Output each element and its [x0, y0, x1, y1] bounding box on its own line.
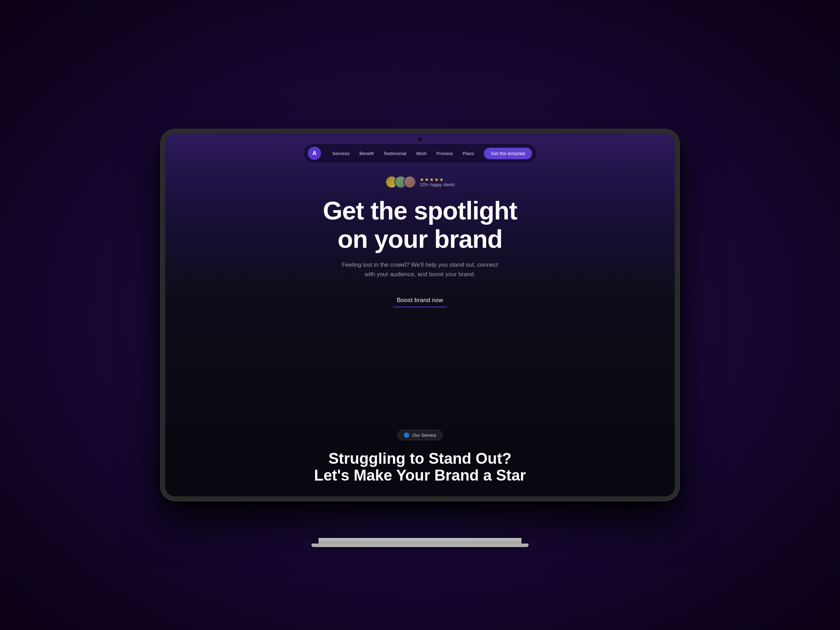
stars-rating: ★★★★★ 120+ happy clients — [420, 177, 455, 187]
hero-title-line1: Get the spotlight — [323, 197, 517, 225]
nav-link-testimonial[interactable]: Testimonial — [379, 149, 411, 158]
device-stand — [319, 538, 521, 544]
device-frame: A Services Benefit Testimonial Work Proc… — [161, 129, 679, 501]
rating-text: 120+ happy clients — [420, 182, 455, 187]
hero-title: Get the spotlight on your brand — [323, 197, 517, 253]
nav-link-process[interactable]: Process — [432, 149, 457, 158]
screen: A Services Benefit Testimonial Work Proc… — [165, 134, 675, 496]
nav-link-work[interactable]: Work — [412, 149, 431, 158]
nav-link-benefit[interactable]: Benefit — [355, 149, 377, 158]
tag-icon: 🔵 — [404, 432, 409, 438]
camera-notch — [418, 137, 422, 141]
services-section: 🔵 Our Service Struggling to Stand Out? L… — [165, 419, 675, 496]
avatars — [385, 176, 416, 188]
get-template-button[interactable]: Get this template — [484, 148, 532, 159]
nav-link-plans[interactable]: Plans — [458, 149, 478, 158]
hero-section: ★★★★★ 120+ happy clients Get the spotlig… — [165, 176, 675, 307]
section-heading-line1: Struggling to Stand Out? — [328, 450, 512, 467]
hero-title-line2: on your brand — [338, 225, 503, 253]
boost-brand-button[interactable]: Boost brand now — [390, 293, 450, 307]
section-heading-line2: Let's Make Your Brand a Star — [314, 467, 526, 484]
device-wrapper: A Services Benefit Testimonial Work Proc… — [154, 114, 686, 516]
nav-logo[interactable]: A — [308, 147, 321, 160]
navbar: A Services Benefit Testimonial Work Proc… — [303, 144, 537, 163]
nav-links: Services Benefit Testimonial Work Proces… — [328, 149, 478, 158]
service-tag: 🔵 Our Service — [398, 430, 442, 440]
social-proof: ★★★★★ 120+ happy clients — [385, 176, 455, 188]
star-icons: ★★★★★ — [420, 177, 444, 182]
section-heading: Struggling to Stand Out? Let's Make Your… — [314, 450, 526, 484]
nav-link-services[interactable]: Services — [328, 149, 354, 158]
tag-label: Our Service — [412, 433, 436, 438]
avatar-3 — [404, 176, 416, 188]
logo-icon: A — [313, 150, 317, 156]
hero-subtitle: Feeling lost in the crowd? We'll help yo… — [336, 260, 504, 279]
